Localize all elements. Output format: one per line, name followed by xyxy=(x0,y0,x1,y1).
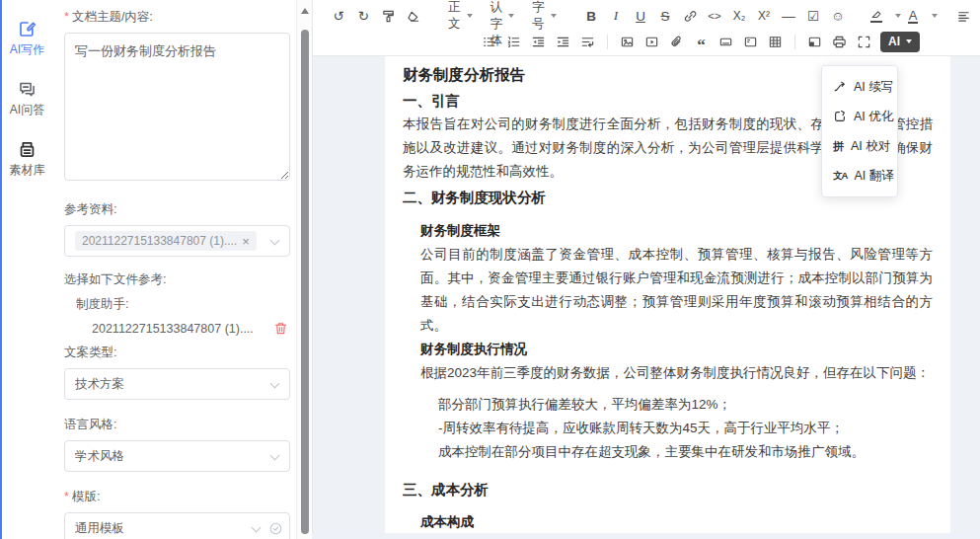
nav-item-label: 素材库 xyxy=(10,162,45,179)
style-select[interactable]: 学术风格 xyxy=(64,440,290,472)
underline-icon[interactable]: U xyxy=(630,5,652,28)
editor-pane: ↺ ↻ 正文 默认字体 xyxy=(312,0,980,539)
nav-item-ai-qa[interactable]: AI问答 xyxy=(0,72,54,126)
caret-down-icon xyxy=(508,14,514,18)
list-item: 成本控制在部分项目中存在超支现象，主要集中在研发和市场推广领域。 xyxy=(438,440,933,464)
file-row: 2021122715133847807 (1).... xyxy=(92,321,288,336)
topic-textarea[interactable]: 写一份财务制度分析报告 xyxy=(64,33,290,181)
template-value: 通用模板 xyxy=(75,520,124,537)
menu-item-ai-optimize[interactable]: AI 优化 xyxy=(822,102,897,131)
topic-label: *文档主题/内容: xyxy=(64,8,290,26)
ai-tools-button[interactable]: AI xyxy=(880,32,920,52)
caret-down-icon[interactable] xyxy=(895,14,901,18)
style-value: 学术风格 xyxy=(75,448,124,465)
doc-paragraph: 根据2023年前三季度的财务数据，公司整体财务制度执行情况良好，但存在以下问题： xyxy=(420,361,933,385)
template-label: *模版: xyxy=(64,488,290,505)
strikethrough-icon[interactable]: S xyxy=(654,5,677,28)
required-marker: * xyxy=(64,490,69,503)
ai-dropdown-menu: AI 续写 AI 优化 拼 AI 校对 文A AI 翻译 xyxy=(821,65,898,197)
paragraph-style-select[interactable]: 正文 xyxy=(442,5,479,28)
nav-item-material-library[interactable]: 素材库 xyxy=(0,132,54,187)
inline-code-icon[interactable]: <> xyxy=(704,5,726,28)
insert-table-icon[interactable] xyxy=(764,31,787,53)
toolbar-row-2: “ xyxy=(313,29,980,54)
scroll-up-arrow-icon[interactable] xyxy=(301,8,309,14)
italic-icon[interactable]: I xyxy=(605,5,628,28)
doc-section: 成本构成 公司的成本主要由以下部分构成： 人力成本：占总成本的35%； xyxy=(420,510,933,533)
doc-subheading: 财务制度执行情况 xyxy=(420,338,933,361)
caret-down-icon xyxy=(906,39,912,43)
horizontal-rule-icon[interactable]: — xyxy=(778,5,800,28)
chevron-down-icon xyxy=(252,523,262,533)
bullet-list-icon[interactable] xyxy=(478,31,500,53)
outdent-icon[interactable] xyxy=(527,31,550,53)
format-painter-icon[interactable] xyxy=(377,5,400,28)
ordered-list-icon[interactable] xyxy=(502,31,525,53)
superscript-icon[interactable]: X² xyxy=(753,5,776,28)
font-size-select[interactable]: 字号 xyxy=(526,5,563,28)
nav-item-label: AI问答 xyxy=(10,102,44,118)
chat-bubbles-icon xyxy=(18,80,37,99)
align-icon[interactable] xyxy=(952,5,975,28)
file-name: 2021122715133847807 (1).... xyxy=(92,322,254,336)
doc-type-select[interactable]: 技术方案 xyxy=(64,368,290,400)
blockquote-icon[interactable]: “ xyxy=(690,31,713,53)
insert-video-icon[interactable] xyxy=(641,31,663,53)
toolbar-separator xyxy=(607,35,608,49)
doc-type-label: 文案类型: xyxy=(64,344,290,361)
scrollbar-thumb[interactable] xyxy=(301,30,309,534)
line-break-icon[interactable] xyxy=(576,31,599,53)
caret-down-icon[interactable] xyxy=(932,14,938,18)
selected-file-block: 制度助手: 2021122715133847807 (1).... xyxy=(64,296,290,336)
font-family-select[interactable]: 默认字体 xyxy=(485,5,521,28)
fullscreen-icon[interactable] xyxy=(853,31,875,53)
font-color-icon[interactable]: A xyxy=(902,5,925,28)
list-item: 部分部门预算执行偏差较大，平均偏差率为12%； xyxy=(438,393,933,417)
emoji-icon[interactable]: ☺ xyxy=(827,5,850,28)
indent-icon[interactable] xyxy=(552,31,574,53)
bold-icon[interactable]: B xyxy=(580,5,603,28)
library-icon xyxy=(18,140,37,159)
side-panel-icon[interactable] xyxy=(803,31,826,53)
divider-icon[interactable] xyxy=(715,31,737,53)
reference-select[interactable]: 2021122715133847807 (1).... × xyxy=(64,225,290,257)
attachment-icon[interactable] xyxy=(665,31,688,53)
editor-toolbar: ↺ ↻ 正文 默认字体 xyxy=(313,0,980,56)
print-icon[interactable] xyxy=(828,31,851,53)
tag-close-icon[interactable]: × xyxy=(242,235,250,248)
menu-item-ai-translate[interactable]: 文A AI 翻译 xyxy=(822,161,897,191)
eraser-icon[interactable] xyxy=(402,5,424,28)
caret-down-icon xyxy=(467,14,473,18)
reference-tag: 2021122715133847807 (1).... × xyxy=(75,231,257,251)
reference-label: 参考资料: xyxy=(64,200,290,218)
chevron-down-icon xyxy=(270,379,280,389)
panel-scrollbar[interactable] xyxy=(296,0,312,539)
insert-image-icon[interactable] xyxy=(616,31,639,53)
nav-rail: AI写作 AI问答 素材库 xyxy=(0,0,54,539)
app-window: AI写作 AI问答 素材库 xyxy=(0,0,980,539)
menu-item-ai-proofread[interactable]: 拼 AI 校对 xyxy=(822,131,897,161)
chevron-down-icon xyxy=(270,451,280,461)
doc-subheading: 成本构成 xyxy=(420,510,933,533)
link-icon[interactable] xyxy=(679,5,702,28)
undo-icon[interactable]: ↺ xyxy=(328,5,350,28)
chevron-down-icon xyxy=(270,236,280,246)
highlight-pen-icon[interactable] xyxy=(866,5,888,28)
code-block-icon[interactable] xyxy=(739,31,762,53)
template-select[interactable]: 通用模板 xyxy=(64,512,290,539)
nav-item-ai-writing[interactable]: AI写作 xyxy=(0,12,54,66)
subscript-icon[interactable]: X₂ xyxy=(728,5,751,28)
redo-icon[interactable]: ↻ xyxy=(352,5,375,28)
checkbox-icon[interactable]: ☑ xyxy=(802,5,825,28)
window-accent-edge xyxy=(0,0,2,539)
ai-translate-icon: 文A xyxy=(833,171,847,181)
doc-subheading: 财务制度框架 xyxy=(420,219,933,243)
doc-section: 财务制度框架 公司目前的制度涵盖了资金管理、成本控制、预算管理、核算与报告、风险… xyxy=(420,219,933,464)
style-label: 语言风格: xyxy=(64,416,290,433)
menu-item-ai-continue[interactable]: AI 续写 xyxy=(822,72,897,102)
ai-proofread-icon: 拼 xyxy=(833,141,844,152)
doc-type-value: 技术方案 xyxy=(75,376,124,393)
delete-file-icon[interactable] xyxy=(273,321,288,336)
doc-edit-icon xyxy=(18,20,37,38)
ai-optimize-icon xyxy=(833,110,847,123)
